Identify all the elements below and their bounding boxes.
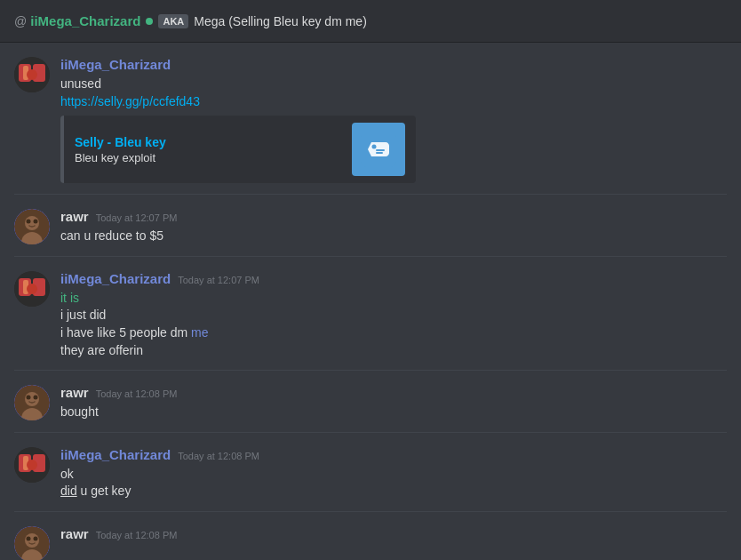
message-header: iiMega_Charizard Today at 12:08 PM — [60, 447, 727, 462]
message-text: unused — [60, 76, 727, 93]
message-group: iiMega_Charizard Today at 12:07 PM it is… — [0, 257, 741, 363]
svg-point-6 — [372, 145, 377, 149]
message-timestamp: Today at 12:08 PM — [96, 530, 178, 540]
aka-badge: AKA — [158, 14, 188, 28]
channel-header: @ iiMega_Charizard AKA Mega (Selling Ble… — [0, 0, 741, 43]
message-group: rawr Today at 12:08 PM bought — [0, 371, 741, 425]
svg-point-32 — [27, 536, 31, 540]
svg-point-18 — [27, 284, 37, 294]
message-content: rawr Today at 12:07 PM can u reduce to $… — [60, 209, 727, 245]
message-header: rawr Today at 12:08 PM — [60, 385, 727, 400]
message-username: iiMega_Charizard — [60, 271, 171, 286]
embed-description: Bleu key exploit — [75, 151, 341, 164]
svg-point-23 — [34, 396, 38, 400]
message-text: they are offerin — [60, 342, 727, 360]
message-text: i have like 5 people dm me — [60, 324, 727, 342]
svg-point-22 — [27, 396, 31, 400]
message-text: it is — [60, 290, 727, 308]
message-group: iiMega_Charizard unused https://selly.gg… — [0, 43, 741, 187]
selly-link[interactable]: https://selly.gg/p/ccfefd43 — [60, 94, 200, 108]
embed: Selly - Bleu key Bleu key exploit — [60, 116, 416, 183]
embed-image — [352, 123, 405, 176]
message-timestamp: Today at 12:08 PM — [178, 451, 259, 461]
message-text: did u get key — [60, 483, 727, 500]
embed-title: Selly - Bleu key — [75, 135, 341, 149]
messages-container: iiMega_Charizard unused https://selly.gg… — [0, 43, 741, 560]
at-sign: @ — [14, 14, 27, 28]
embed-text: Selly - Bleu key Bleu key exploit — [75, 135, 341, 164]
message-content: rawr Today at 12:08 PM bought — [60, 385, 727, 421]
message-username: rawr — [60, 209, 89, 224]
message-header: rawr Today at 12:08 PM — [60, 526, 727, 541]
avatar — [14, 57, 50, 92]
avatar — [14, 526, 50, 560]
avatar — [14, 209, 50, 244]
message-text: can u reduce to $5 — [60, 228, 727, 245]
message-username: iiMega_Charizard — [60, 57, 171, 72]
message-group: rawr Today at 12:08 PM — [0, 512, 741, 560]
avatar — [14, 385, 50, 420]
svg-point-30 — [25, 533, 39, 548]
header-username: iiMega_Charizard — [30, 13, 140, 28]
message-timestamp: Today at 12:07 PM — [96, 212, 178, 223]
message-header: iiMega_Charizard Today at 12:07 PM — [60, 271, 727, 286]
message-group: iiMega_Charizard Today at 12:08 PM ok di… — [0, 433, 741, 504]
message-text: ok — [60, 466, 727, 484]
message-content: iiMega_Charizard Today at 12:07 PM it is… — [60, 271, 727, 359]
message-content: iiMega_Charizard Today at 12:08 PM ok di… — [60, 447, 727, 500]
svg-point-12 — [27, 220, 31, 224]
message-group: rawr Today at 12:07 PM can u reduce to $… — [0, 195, 741, 249]
svg-point-4 — [27, 69, 37, 80]
avatar — [14, 271, 50, 307]
svg-point-28 — [27, 460, 37, 470]
message-text-bought: bought — [60, 404, 727, 421]
avatar — [14, 447, 50, 483]
message-username: rawr — [60, 526, 89, 541]
message-username: rawr — [60, 385, 89, 400]
message-timestamp: Today at 12:07 PM — [178, 275, 259, 285]
message-timestamp: Today at 12:08 PM — [96, 388, 178, 399]
svg-point-13 — [34, 220, 38, 224]
message-username: iiMega_Charizard — [60, 447, 171, 462]
aka-name: Mega (Selling Bleu key dm me) — [194, 14, 367, 28]
message-link[interactable]: https://selly.gg/p/ccfefd43 — [60, 93, 727, 111]
message-content: rawr Today at 12:08 PM — [60, 526, 727, 545]
message-text: i just did — [60, 307, 727, 324]
message-header: rawr Today at 12:07 PM — [60, 209, 727, 224]
svg-point-20 — [25, 392, 39, 406]
message-content: iiMega_Charizard unused https://selly.gg… — [60, 57, 727, 183]
svg-point-33 — [34, 536, 38, 540]
svg-point-10 — [25, 216, 39, 230]
online-indicator — [146, 18, 153, 25]
message-header: iiMega_Charizard — [60, 57, 727, 72]
